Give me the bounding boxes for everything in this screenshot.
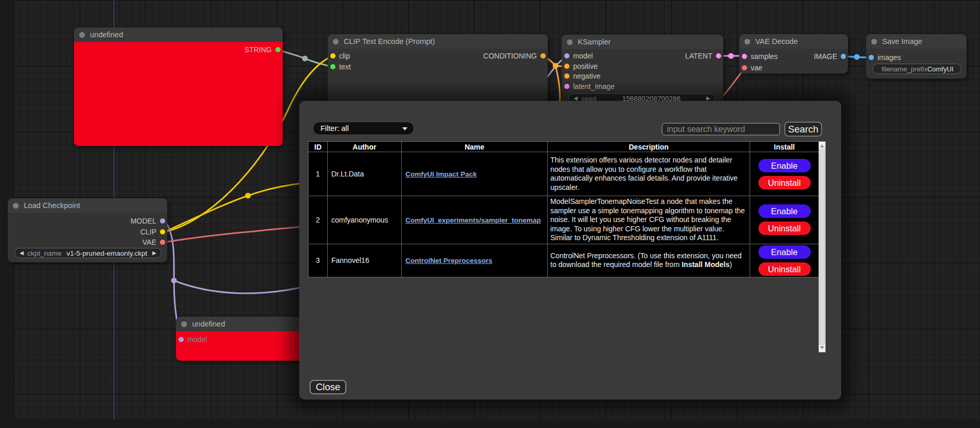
node-collapse-dot[interactable]	[871, 39, 877, 45]
input-slot-negative-label: negative	[573, 72, 601, 80]
extension-link[interactable]: ComfyUI Impact Pack	[405, 170, 477, 178]
output-slot-clip-dot[interactable]	[160, 229, 165, 234]
input-slot-images-dot[interactable]	[869, 55, 874, 60]
ckpt-next-icon[interactable]: ▶	[152, 250, 156, 256]
output-slot-string-dot[interactable]	[275, 47, 281, 52]
output-slot-vae-dot[interactable]	[160, 240, 165, 245]
scrollbar-down-icon[interactable]	[820, 346, 824, 349]
node-title: Load Checkpoint	[24, 201, 80, 210]
node-graph-canvas[interactable]: undefined STRING CLIP Text Encode (Promp…	[0, 0, 980, 428]
node-vae-decode[interactable]: VAE Decode samples vae IMAGE	[739, 34, 848, 73]
uninstall-button[interactable]: Uninstall	[758, 176, 811, 189]
node-undefined-top[interactable]: undefined STRING	[74, 27, 283, 146]
reroute-dot-clip[interactable]	[245, 193, 251, 199]
node-load-checkpoint[interactable]: Load Checkpoint MODEL CLIP VAE ◀ ckpt_na…	[8, 198, 167, 262]
node-collapse-dot[interactable]	[79, 32, 85, 38]
scrollbar-thumb[interactable]	[820, 149, 825, 345]
input-slot-negative-dot[interactable]	[564, 73, 569, 79]
enable-button[interactable]: Enable	[758, 245, 811, 259]
node-ksampler[interactable]: KSampler model positive negative latent_…	[562, 35, 723, 110]
cell-author: Dr.Lt.Data	[328, 152, 402, 196]
cell-author: Fannovel16	[328, 244, 402, 277]
cell-id: 1	[309, 152, 328, 196]
filename-prefix-label: filename_prefix	[882, 65, 927, 73]
node-title-bar[interactable]: undefined	[74, 27, 283, 42]
table-row: 1 Dr.Lt.Data ComfyUI Impact Pack This ex…	[309, 152, 819, 196]
output-slot-model-label: MODEL	[130, 217, 156, 225]
node-collapse-dot[interactable]	[744, 39, 750, 45]
extension-link[interactable]: ControlNet Preprocessors	[405, 257, 492, 264]
uninstall-button[interactable]: Uninstall	[758, 222, 811, 235]
output-slot-image-label: IMAGE	[814, 52, 837, 61]
ckpt-prev-icon[interactable]: ◀	[20, 250, 24, 256]
cell-install: Enable Uninstall	[750, 244, 819, 277]
extension-link[interactable]: ComfyUI_experiments/sampler_tonemap	[405, 216, 541, 224]
input-slot-text-label: text	[339, 63, 351, 71]
scrollbar-up-icon[interactable]	[820, 144, 824, 147]
node-title-bar[interactable]: VAE Decode	[739, 34, 848, 49]
seed-decrement-icon[interactable]: ◀	[574, 96, 578, 101]
filter-select[interactable]: Filter: all	[313, 122, 414, 135]
extension-manager-dialog: Filter: all Search ID Author Name Descri…	[299, 101, 841, 400]
filename-prefix-widget[interactable]: filename_prefix ComfyUI	[872, 64, 961, 74]
uninstall-button[interactable]: Uninstall	[758, 262, 811, 276]
node-collapse-dot[interactable]	[13, 203, 19, 209]
close-button[interactable]: Close	[310, 380, 346, 394]
header-install: Install	[750, 142, 819, 152]
cell-name: ComfyUI Impact Pack	[402, 152, 548, 196]
input-slot-clip-dot[interactable]	[330, 53, 335, 58]
input-slot-positive-dot[interactable]	[564, 64, 569, 69]
input-slot-samples-dot[interactable]	[742, 54, 747, 59]
output-slot-model-dot[interactable]	[160, 218, 165, 224]
input-slot-model-dot[interactable]	[564, 53, 569, 58]
node-body[interactable]: MODEL CLIP VAE ◀ ckpt_name v1-5-pruned-e…	[8, 213, 167, 262]
input-slot-samples-label: samples	[751, 52, 778, 61]
search-input[interactable]	[662, 123, 780, 136]
ckpt-name-widget[interactable]: ◀ ckpt_name v1-5-pruned-emaonly.ckpt ▶	[14, 248, 162, 258]
node-body[interactable]: images filename_prefix ComfyUI	[866, 49, 967, 79]
input-slot-latent-image-label: latent_image	[573, 82, 615, 91]
output-slot-vae-label: VAE	[142, 238, 156, 246]
input-slot-model-dot[interactable]	[179, 337, 184, 342]
cell-install: Enable Uninstall	[750, 152, 819, 196]
node-title-bar[interactable]: CLIP Text Encode (Prompt)	[328, 34, 548, 49]
header-name: Name	[402, 142, 548, 152]
node-title: undefined	[192, 320, 225, 328]
ckpt-widget-value[interactable]: v1-5-pruned-emaonly.ckpt	[62, 249, 153, 257]
node-save-image[interactable]: Save Image images filename_prefix ComfyU…	[866, 34, 967, 79]
node-body-error[interactable]: STRING	[74, 42, 283, 146]
input-slot-latent-image-dot[interactable]	[564, 84, 569, 89]
reroute-dot-conditioning[interactable]	[553, 63, 559, 69]
node-title-bar[interactable]: Save Image	[866, 34, 967, 49]
filter-select-value: Filter: all	[320, 124, 349, 132]
header-description: Description	[548, 142, 750, 152]
output-slot-image-dot[interactable]	[841, 54, 846, 59]
list-scrollbar[interactable]	[818, 141, 826, 352]
filename-prefix-value[interactable]: ComfyUI	[927, 65, 957, 73]
cell-description: This extension offers various detector n…	[548, 152, 750, 196]
seed-increment-icon[interactable]: ▶	[706, 96, 710, 101]
reroute-dot-model[interactable]	[171, 278, 177, 284]
input-slot-text-dot[interactable]	[330, 64, 335, 69]
output-slot-conditioning-label: CONDITIONING	[484, 52, 537, 60]
enable-button[interactable]: Enable	[758, 159, 811, 172]
node-title-bar[interactable]: KSampler	[562, 35, 723, 49]
output-slot-string-label: STRING	[244, 46, 272, 54]
node-collapse-dot[interactable]	[333, 39, 339, 45]
input-slot-model-label: model	[187, 335, 207, 344]
node-collapse-dot[interactable]	[181, 321, 187, 327]
node-title-bar[interactable]: Load Checkpoint	[8, 198, 167, 213]
output-slot-conditioning-dot[interactable]	[540, 53, 546, 58]
input-slot-model-label: model	[573, 52, 593, 60]
enable-button[interactable]: Enable	[758, 204, 811, 218]
output-slot-latent-dot[interactable]	[716, 53, 721, 58]
reroute-dot-latent[interactable]	[728, 53, 734, 59]
reroute-dot-image[interactable]	[854, 54, 860, 60]
search-button[interactable]: Search	[784, 122, 822, 137]
node-collapse-dot[interactable]	[567, 39, 573, 45]
table-header-row: ID Author Name Description Install	[309, 142, 819, 152]
node-body[interactable]: samples vae IMAGE	[739, 49, 848, 73]
input-slot-vae-dot[interactable]	[742, 65, 747, 70]
node-title: undefined	[90, 31, 123, 39]
reroute-dot-string[interactable]	[302, 56, 308, 62]
